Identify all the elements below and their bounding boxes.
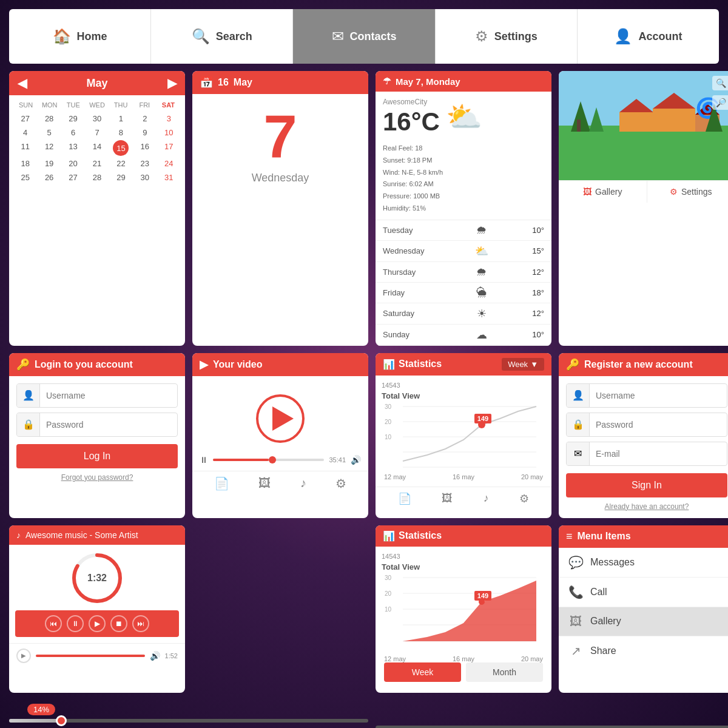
password-input[interactable]	[40, 415, 177, 434]
stats2-title-label: Statistics	[399, 530, 442, 541]
video-pause-btn[interactable]: ⏸	[200, 455, 208, 465]
forgot-link[interactable]: Forgot you password?	[16, 473, 178, 482]
already-account-link[interactable]: Already have an account?	[566, 502, 727, 511]
reg-email-input[interactable]	[590, 444, 727, 463]
login-button[interactable]: Log In	[16, 444, 178, 468]
messages-icon: 💬	[567, 555, 584, 570]
volume-icon[interactable]: 🔊	[351, 455, 361, 465]
gallery-btn[interactable]: 🖼 Gallery	[559, 181, 647, 203]
stats2-chart-dates: 12 may 16 may 20 may	[382, 655, 545, 662]
cal-prev-btn[interactable]: ◀	[18, 76, 27, 90]
menu-item-messages[interactable]: 💬 Messages	[559, 548, 728, 578]
main-grid: ◀ May ▶ SUN MON TUE WED THU FRI SAT 2728…	[0, 64, 728, 700]
music-vol-icon[interactable]: 🔊	[150, 651, 160, 661]
navbar: 🏠 Home 🔍 Search ✉ Contacts ⚙ Settings 👤 …	[9, 9, 719, 64]
chevron-down-icon: ▼	[530, 360, 538, 369]
prev-track-btn[interactable]: ⏮	[45, 615, 62, 632]
nav-settings[interactable]: ⚙ Settings	[436, 9, 578, 64]
weather-sunset: Sunset: 9:18 PM	[383, 155, 544, 167]
next-track-btn[interactable]: ⏭	[132, 615, 149, 632]
music-play-sm-btn[interactable]: ▶	[16, 649, 31, 663]
gallery-label: Gallery	[595, 187, 622, 197]
nav-account[interactable]: 👤 Account	[578, 9, 719, 64]
date-day-name: Wednesday	[252, 172, 309, 184]
lock-icon: 🔒	[17, 413, 40, 436]
scene-widget: 🌀 🔍 🔎 🖼 Gallery ⚙ Settings	[559, 71, 728, 346]
slider-track[interactable]	[9, 719, 368, 723]
settings-btn[interactable]: ⚙ Settings	[647, 181, 729, 203]
username-input[interactable]	[40, 386, 177, 405]
video-progress-fill	[213, 459, 269, 461]
music-controls: ⏮ ⏸ ▶ ⏹ ⏭	[15, 610, 179, 637]
svg-text:149: 149	[477, 415, 488, 422]
weather-title: May 7, Monday	[396, 76, 460, 87]
scene-search-icon[interactable]: 🔍	[712, 76, 728, 90]
menu-gallery-label: Gallery	[590, 616, 621, 627]
stats-gear-icon[interactable]: ⚙	[519, 492, 529, 505]
music-time-sm: 1:52	[165, 652, 178, 659]
stats-week-button[interactable]: Week ▼	[502, 358, 544, 371]
stop-btn[interactable]: ⏹	[110, 615, 127, 632]
reg-username-input[interactable]	[590, 386, 727, 405]
menu-items-list: 💬 Messages 📞 Call 🖼 Gallery ↗ Share	[559, 548, 728, 666]
month-button[interactable]: Month	[466, 662, 543, 682]
call-icon: 📞	[567, 585, 584, 599]
video-seekbar[interactable]	[213, 459, 324, 461]
stats-music-icon[interactable]: ♪	[484, 492, 489, 505]
forecast-wednesday: Wednesday ⛅ 15°	[376, 241, 551, 262]
nav-search[interactable]: 🔍 Search	[151, 9, 293, 64]
stats-image-icon[interactable]: 🖼	[442, 492, 453, 505]
music-note-icon: ♪	[16, 530, 21, 540]
stats-week-widget: 📊 Statistics Week ▼ 14543 Total View	[376, 353, 551, 518]
reg-password-input[interactable]	[590, 415, 727, 434]
date-header: 📅 16 May	[192, 71, 368, 94]
nav-home[interactable]: 🏠 Home	[9, 9, 151, 64]
video-gear-icon[interactable]: ⚙	[335, 476, 346, 491]
video-music-icon[interactable]: ♪	[300, 476, 306, 491]
stats-doc-icon[interactable]: 📄	[398, 492, 411, 505]
chart-dates: 12 may 16 may 20 may	[382, 473, 545, 480]
nav-contacts[interactable]: ✉ Contacts	[293, 9, 435, 64]
menu-item-gallery[interactable]: 🖼 Gallery	[559, 607, 728, 636]
gallery-icon: 🖼	[583, 187, 592, 197]
weather-widget: ☂ May 7, Monday AwesomeCity 16°C ⛅ Real …	[376, 71, 551, 346]
login-title: Login to you account	[35, 359, 133, 370]
video-image-icon[interactable]: 🖼	[258, 476, 271, 491]
slider-thumb[interactable]	[56, 715, 67, 726]
menu-item-share[interactable]: ↗ Share	[559, 636, 728, 666]
weather-forecast: Tuesday 🌧 10° Wednesday ⛅ 15° Thursday 🌧…	[376, 220, 551, 346]
signin-button[interactable]: Sign In	[566, 473, 727, 497]
menu-item-call[interactable]: 📞 Call	[559, 578, 728, 607]
scene-buttons: 🖼 Gallery ⚙ Settings	[559, 180, 728, 203]
reg-lock-icon: 🔒	[567, 413, 590, 436]
svg-text:30: 30	[385, 403, 392, 410]
video-play-button[interactable]	[256, 394, 305, 443]
menu-share-label: Share	[590, 645, 616, 656]
play-btn[interactable]: ▶	[89, 615, 106, 632]
music-progress-bar[interactable]	[36, 655, 145, 657]
weather-header: ☂ May 7, Monday	[376, 71, 551, 92]
pause-btn[interactable]: ⏸	[67, 615, 84, 632]
svg-text:30: 30	[385, 575, 392, 581]
register-body: 👤 🔒 ✉ Sign In Already have an account?	[559, 376, 728, 518]
svg-text:1:32: 1:32	[87, 573, 107, 583]
register-header: 🔑 Register a new account	[559, 353, 728, 376]
week-button[interactable]: Week	[384, 662, 461, 682]
share-icon: ↗	[567, 644, 584, 658]
bottom-row: 14% 1 2 3 4 5	[0, 700, 728, 728]
weather-main: AwesomeCity 16°C ⛅	[376, 92, 551, 143]
weather-sunrise: Sunrise: 6:02 AM	[383, 178, 544, 190]
scene-search2-icon[interactable]: 🔎	[712, 95, 728, 110]
video-scrubber	[269, 456, 276, 463]
line-chart: 30 20 10 149	[382, 400, 545, 473]
cal-next-btn[interactable]: ▶	[167, 76, 177, 90]
music-header: ♪ Awesome music - Some Artist	[9, 525, 185, 545]
svg-text:20: 20	[385, 419, 392, 425]
video-doc-icon[interactable]: 📄	[214, 476, 229, 491]
calendar-days: 27282930123 45678910 11121314151617 1819…	[14, 112, 180, 184]
music-widget: ♪ Awesome music - Some Artist 1:32 ⏮ ⏸ ▶…	[9, 525, 185, 693]
stats-icons-row: 📄 🖼 ♪ ⚙	[376, 487, 551, 510]
menu-list-icon: ≡	[566, 530, 573, 543]
chart-total-num: 14543	[382, 382, 545, 389]
svg-text:10: 10	[385, 606, 392, 613]
